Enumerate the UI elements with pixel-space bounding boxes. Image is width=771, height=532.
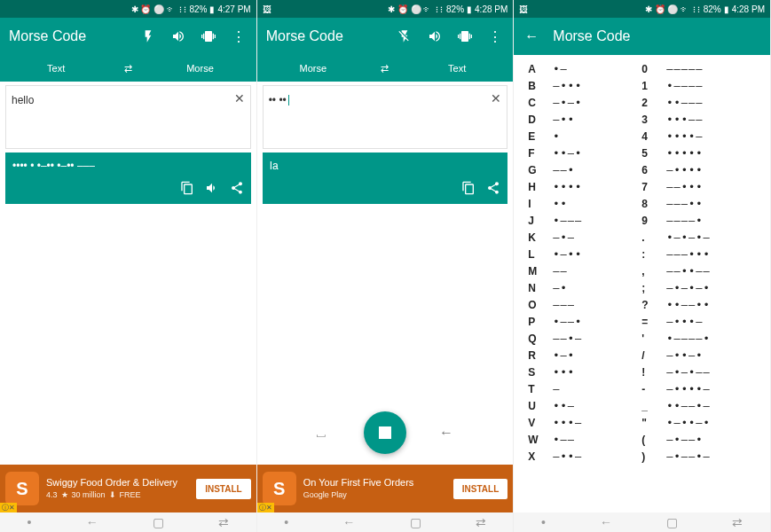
symbol: : [641, 248, 666, 261]
nav-back-icon[interactable]: ← [342, 515, 355, 529]
letter: L [528, 248, 553, 261]
install-button[interactable]: INSTALL [453, 479, 507, 499]
menu-icon[interactable]: ⋮ [230, 27, 248, 45]
letter-code: –••• [553, 80, 641, 92]
flash-icon[interactable] [139, 27, 157, 45]
ad-banner[interactable]: S On Your First Five Orders Google Play … [257, 465, 514, 512]
input-area[interactable]: hello ✕ [5, 85, 251, 149]
symbol: 0 [641, 63, 666, 75]
letter-code: • [553, 130, 641, 143]
space-key-icon[interactable]: ⎵ [317, 425, 326, 441]
tab-morse[interactable]: Morse [144, 63, 256, 74]
input-text: hello [12, 94, 34, 106]
letter-code: – [553, 383, 641, 395]
morse-row: F••–•5••••• [528, 145, 756, 161]
nav-recent-icon[interactable]: ⇄ [476, 515, 486, 529]
tab-morse[interactable]: Morse [257, 63, 369, 74]
nav-back-icon[interactable]: ← [86, 515, 98, 529]
symbol: ! [641, 366, 666, 379]
symbol: . [641, 231, 666, 244]
share-icon[interactable] [486, 181, 500, 199]
symbol: ) [641, 450, 666, 463]
letter-code: –••– [553, 450, 641, 463]
picture-icon: 🖼 [519, 4, 528, 14]
nav-back-icon[interactable]: ← [600, 515, 612, 529]
nav-dot-icon[interactable]: • [28, 515, 32, 529]
morse-table[interactable]: A•–0–––––B–•••1•––––C–•–•2••–––D–••3•••–… [514, 55, 770, 532]
stop-fab[interactable] [364, 411, 406, 454]
letter-code: •––• [553, 316, 641, 328]
symbol-code: –•••• [666, 164, 756, 176]
input-area[interactable]: •• •• ✕ [263, 85, 508, 149]
symbol-code: ––––– [666, 63, 756, 75]
ad-title: On Your First Five Orders [303, 477, 446, 489]
letter: A [528, 63, 553, 75]
swap-button[interactable]: ⇄ [112, 63, 144, 74]
letter-code: –•• [553, 113, 641, 126]
symbol: _ [641, 400, 666, 412]
tab-text[interactable]: Text [401, 63, 513, 74]
menu-icon[interactable]: ⋮ [486, 27, 504, 45]
letter-code: •–– [553, 434, 641, 446]
nav-home-icon[interactable]: ▢ [410, 515, 421, 529]
symbol-code: –•••– [666, 316, 756, 328]
back-icon[interactable]: ← [523, 27, 540, 45]
morse-row: A•–0––––– [528, 60, 756, 77]
nav-home-icon[interactable]: ▢ [153, 515, 164, 529]
tabs: Morse ⇄ Text [257, 55, 514, 82]
vibrate-icon[interactable] [200, 27, 217, 45]
morse-row: X–••–)–•––•– [528, 448, 756, 465]
clear-button[interactable]: ✕ [234, 91, 245, 106]
install-button[interactable]: INSTALL [196, 479, 250, 499]
letter: S [528, 366, 553, 379]
morse-row: D–••3•••–– [528, 111, 756, 128]
letter-code: •••• [553, 181, 641, 193]
copy-icon[interactable] [461, 181, 476, 199]
nav-bar: • ← ▢ ⇄ [514, 512, 770, 532]
ad-badge-icon[interactable]: ⓘ✕ [0, 503, 17, 512]
symbol: 7 [641, 181, 666, 193]
ad-subtitle: 4.3★ 30 million⬇ FREE [46, 490, 189, 500]
symbol-code: ••••– [666, 130, 756, 143]
letter-code: •• [553, 198, 641, 210]
letter: H [528, 181, 553, 193]
tab-text[interactable]: Text [0, 63, 112, 74]
nav-dot-icon[interactable]: • [541, 515, 546, 529]
clear-button[interactable]: ✕ [491, 91, 501, 106]
copy-icon[interactable] [180, 181, 194, 199]
nav-bar: • ← ▢ ⇄ [257, 512, 514, 532]
status-time: 4:28 PM [732, 4, 765, 14]
symbol-code: •–––– [666, 80, 756, 92]
sound-icon[interactable] [169, 27, 187, 45]
nav-home-icon[interactable]: ▢ [666, 515, 678, 529]
letter: I [528, 198, 553, 210]
nav-recent-icon[interactable]: ⇄ [732, 515, 743, 529]
backspace-key-icon[interactable]: ← [439, 425, 453, 441]
symbol-code: –•––• [666, 434, 756, 446]
symbol: ( [641, 434, 666, 446]
symbol-code: –––••• [666, 248, 756, 261]
letter-code: •–•• [553, 248, 641, 261]
nav-dot-icon[interactable]: • [284, 515, 288, 529]
morse-row: O–––?••––•• [528, 296, 756, 313]
ad-badge-icon[interactable]: ⓘ✕ [257, 503, 274, 512]
sound-icon[interactable] [426, 27, 444, 45]
flash-off-icon[interactable] [396, 27, 413, 45]
symbol-code: ••––•– [666, 400, 756, 412]
star-icon: ★ [61, 490, 68, 500]
output-area: •••• • •–•• •–•• ––– [5, 153, 251, 204]
letter: P [528, 316, 553, 328]
nav-recent-icon[interactable]: ⇄ [218, 515, 229, 529]
swap-button[interactable]: ⇄ [369, 63, 401, 74]
battery-icon: ▮ [724, 4, 729, 14]
morse-row: C–•–•2••––– [528, 94, 756, 111]
share-icon[interactable] [230, 181, 244, 199]
symbol-code: –•–•–• [666, 282, 756, 294]
play-sound-icon[interactable] [205, 181, 219, 199]
morse-row: M––,––••–– [528, 262, 756, 279]
ad-banner[interactable]: S Swiggy Food Order & Delivery 4.3★ 30 m… [0, 465, 256, 512]
vibrate-icon[interactable] [456, 27, 474, 45]
letter: J [528, 215, 553, 227]
symbol: 8 [641, 198, 666, 210]
letter-code: ••–• [553, 147, 641, 160]
